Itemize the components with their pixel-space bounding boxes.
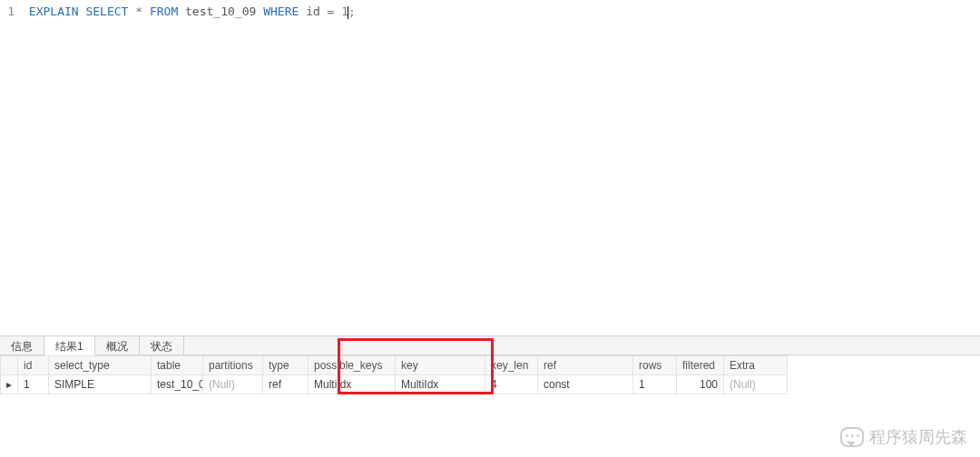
ident-col: id (306, 5, 320, 18)
row-marker-header (1, 356, 18, 375)
tab-信息[interactable]: 信息 (0, 336, 44, 355)
cell-key[interactable]: MultiIdx (396, 375, 485, 394)
sql-editor[interactable]: 1 EXPLAIN SELECT * FROM test_10_09 WHERE… (0, 0, 980, 335)
col-Extra[interactable]: Extra (724, 356, 788, 375)
col-select_type[interactable]: select_type (49, 356, 152, 375)
col-table[interactable]: table (152, 356, 203, 375)
kw-where: WHERE (263, 5, 299, 18)
wechat-icon (840, 427, 864, 447)
cell-type[interactable]: ref (263, 375, 309, 394)
grid-header-row: idselect_typetablepartitionstypepossible… (1, 356, 788, 375)
cell-table[interactable]: test_10_09 (152, 375, 203, 394)
cell-rows[interactable]: 1 (633, 375, 677, 394)
watermark: 程序猿周先森 (840, 426, 967, 448)
cell-Extra[interactable]: (Null) (724, 375, 788, 394)
col-filtered[interactable]: filtered (677, 356, 724, 375)
op-eq: = (328, 5, 335, 18)
tab-结果1[interactable]: 结果1 (44, 336, 95, 355)
cell-possible_keys[interactable]: MultiIdx (309, 375, 396, 394)
cell-partitions[interactable]: (Null) (203, 375, 263, 394)
cell-id[interactable]: 1 (18, 375, 49, 394)
op-semi: ; (348, 5, 356, 18)
col-partitions[interactable]: partitions (203, 356, 263, 375)
table-row[interactable]: ▸1SIMPLEtest_10_09(Null)refMultiIdxMulti… (1, 375, 788, 394)
sql-code-line: EXPLAIN SELECT * FROM test_10_09 WHERE i… (29, 4, 356, 20)
cell-filtered[interactable]: 100 (677, 375, 724, 394)
cell-ref[interactable]: const (538, 375, 633, 394)
result-grid[interactable]: idselect_typetablepartitionstypepossible… (0, 355, 980, 394)
result-tabs: 信息结果1概况状态 (0, 335, 980, 355)
cell-key_len[interactable]: 4 (485, 375, 538, 394)
col-key_len[interactable]: key_len (485, 356, 538, 375)
col-key[interactable]: key (396, 356, 485, 375)
col-type[interactable]: type (263, 356, 309, 375)
kw-select: SELECT (85, 5, 128, 18)
ident-table: test_10_09 (185, 5, 256, 18)
kw-from: FROM (150, 5, 178, 18)
kw-explain: EXPLAIN (29, 5, 79, 18)
row-marker: ▸ (1, 375, 18, 394)
line-number: 1 (0, 4, 22, 20)
col-possible_keys[interactable]: possible_keys (309, 356, 396, 375)
watermark-text: 程序猿周先森 (869, 426, 967, 448)
tab-概况[interactable]: 概况 (95, 336, 140, 355)
col-id[interactable]: id (18, 356, 49, 375)
col-rows[interactable]: rows (633, 356, 677, 375)
col-ref[interactable]: ref (538, 356, 633, 375)
op-star: * (135, 5, 142, 18)
tab-状态[interactable]: 状态 (140, 336, 184, 355)
cell-select_type[interactable]: SIMPLE (49, 375, 152, 394)
